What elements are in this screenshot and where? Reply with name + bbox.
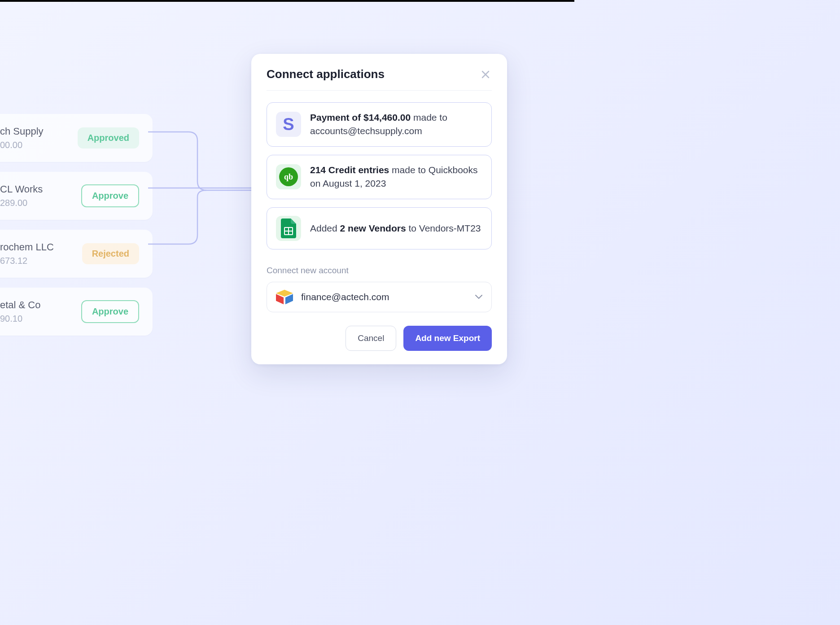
cancel-button[interactable]: Cancel xyxy=(346,326,396,351)
airtable-icon xyxy=(276,289,293,305)
vendor-amount: 00.00 xyxy=(0,140,44,150)
app-activity-text: 214 Credit entries made to Quickbooks on… xyxy=(310,163,482,191)
approve-button[interactable]: Approve xyxy=(81,300,139,323)
account-select[interactable]: finance@actech.com xyxy=(267,282,492,312)
vendor-list: ch Supply 00.00 Approved CL Works 289.00… xyxy=(0,114,153,336)
connector-lines xyxy=(148,118,265,253)
app-activity-text: Payment of $14,460.00 made to accounts@t… xyxy=(310,111,482,138)
vendor-name: etal & Co xyxy=(0,299,41,311)
vendor-name: ch Supply xyxy=(0,126,44,137)
google-sheets-icon xyxy=(276,216,301,241)
vendor-card[interactable]: CL Works 289.00 Approve xyxy=(0,172,153,220)
vendor-name: rochem LLC xyxy=(0,241,54,253)
modal-title: Connect applications xyxy=(267,67,385,81)
connect-applications-modal: Connect applications S Payment of $14,46… xyxy=(251,54,507,364)
connected-app-card-sheets[interactable]: Added 2 new Vendors to Vendors-MT23 xyxy=(267,207,492,249)
connect-new-account-label: Connect new account xyxy=(267,266,492,275)
status-badge-rejected: Rejected xyxy=(82,243,139,264)
vendor-card[interactable]: rochem LLC 673.12 Rejected xyxy=(0,230,153,278)
close-icon[interactable] xyxy=(479,68,492,81)
vendor-name: CL Works xyxy=(0,184,43,195)
vendor-amount: 289.00 xyxy=(0,198,43,208)
vendor-card[interactable]: ch Supply 00.00 Approved xyxy=(0,114,153,162)
vendor-card[interactable]: etal & Co 90.10 Approve xyxy=(0,288,153,336)
add-new-export-button[interactable]: Add new Export xyxy=(403,326,492,351)
app-activity-text: Added 2 new Vendors to Vendors-MT23 xyxy=(310,222,481,235)
chevron-down-icon xyxy=(475,293,482,301)
approve-button[interactable]: Approve xyxy=(81,184,139,207)
connected-app-card-stripe[interactable]: S Payment of $14,460.00 made to accounts… xyxy=(267,102,492,147)
vendor-amount: 90.10 xyxy=(0,314,41,324)
quickbooks-icon: qb xyxy=(276,164,301,189)
stripe-icon: S xyxy=(276,112,301,137)
account-email: finance@actech.com xyxy=(301,292,467,302)
connected-app-card-quickbooks[interactable]: qb 214 Credit entries made to Quickbooks… xyxy=(267,155,492,199)
status-badge-approved: Approved xyxy=(78,127,139,149)
vendor-amount: 673.12 xyxy=(0,256,54,266)
